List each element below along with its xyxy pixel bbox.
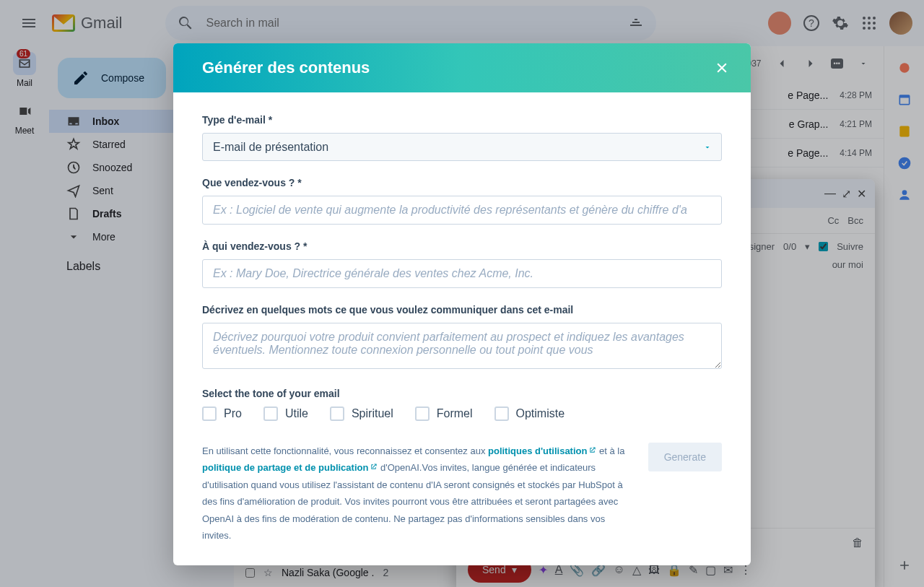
description-textarea[interactable] (202, 323, 722, 369)
tone-option-formel[interactable]: Formel (415, 406, 473, 421)
email-type-select[interactable]: E-mail de présentation (202, 133, 722, 161)
sell-what-input[interactable] (202, 196, 722, 225)
field-email-type: Type d'e-mail * E-mail de présentation (202, 114, 722, 161)
external-link-icon (370, 463, 378, 471)
tone-option-utile[interactable]: Utile (263, 406, 308, 421)
checkbox-icon[interactable] (202, 406, 217, 421)
checkbox-icon[interactable] (263, 406, 278, 421)
tone-label: Select the tone of your email (202, 388, 722, 399)
field-tone: Select the tone of your email Pro Utile … (202, 388, 722, 421)
field-sell-to: À qui vendez-vous ? * (202, 240, 722, 288)
email-type-label: Type d'e-mail * (202, 114, 722, 126)
modal-close-icon[interactable] (715, 61, 729, 75)
checkbox-icon[interactable] (494, 406, 509, 421)
modal-title: Générer des contenus (202, 58, 370, 77)
tone-option-optimiste[interactable]: Optimiste (494, 406, 565, 421)
tone-options: Pro Utile Spirituel Formel Optimiste (202, 406, 722, 421)
description-label: Décrivez en quelques mots ce que vous vo… (202, 304, 722, 316)
disclaimer-text: En utilisant cette fonctionnalité, vous … (202, 443, 634, 544)
field-sell-what: Que vendez-vous ? * (202, 177, 722, 225)
sell-to-label: À qui vendez-vous ? * (202, 240, 722, 252)
sell-what-label: Que vendez-vous ? * (202, 177, 722, 188)
sharing-policy-link[interactable]: politique de partage et de publication (202, 462, 378, 473)
checkbox-icon[interactable] (415, 406, 430, 421)
checkbox-icon[interactable] (330, 406, 344, 421)
generate-content-modal: Générer des contenus Type d'e-mail * E-m… (173, 43, 751, 565)
external-link-icon (588, 446, 596, 454)
modal-footer: En utilisant cette fonctionnalité, vous … (173, 443, 751, 565)
generate-button[interactable]: Generate (648, 443, 722, 471)
usage-policies-link[interactable]: politiques d'utilisation (488, 445, 596, 456)
field-description: Décrivez en quelques mots ce que vous vo… (202, 304, 722, 372)
tone-option-spirituel[interactable]: Spirituel (330, 406, 393, 421)
tone-option-pro[interactable]: Pro (202, 406, 242, 421)
sell-to-input[interactable] (202, 259, 722, 288)
modal-header: Générer des contenus (173, 43, 751, 92)
modal-body: Type d'e-mail * E-mail de présentation Q… (173, 92, 751, 443)
